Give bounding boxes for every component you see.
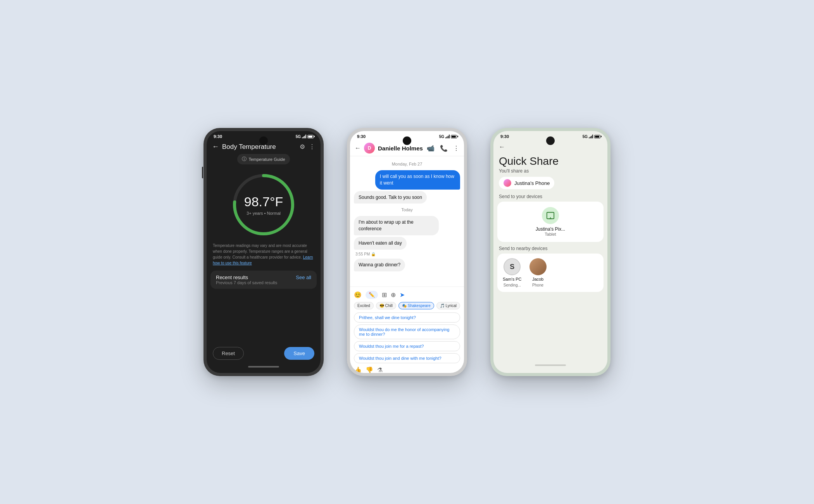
add-icon[interactable]: ⊕ (391, 291, 396, 299)
date-divider-1: Monday, Feb 27 (354, 162, 460, 166)
back-arrow-icon[interactable]: ← (212, 143, 219, 151)
battery-icon-p3 (594, 135, 600, 138)
recent-results-card: Recent results Previous 7 days of saved … (210, 271, 317, 289)
sticker-icon[interactable]: ⊞ (382, 291, 387, 299)
tablet-icon (542, 207, 559, 224)
battery-icon-p2 (451, 135, 457, 138)
send-to-devices-label: Send to your devices (493, 194, 607, 202)
phone-body-temperature: 9:30 5G ← Body Temperature (204, 128, 324, 376)
signal-icon-p1 (302, 135, 306, 138)
recent-results-title: Recent results (216, 274, 277, 280)
suggestion-action-row: 👍 👎 ⚗ (354, 365, 460, 373)
send-icon[interactable]: ➤ (400, 291, 405, 299)
suggestion-4[interactable]: Wouldst thou join and dine with me tonig… (354, 353, 460, 363)
home-indicator-p1 (248, 366, 279, 368)
messages-list: Monday, Feb 27 I will call you as soon a… (350, 156, 464, 287)
sams-pc-status: Sending... (504, 283, 521, 287)
message-sent-1: I will call you as soon as I know how it… (375, 170, 460, 190)
settings-icon[interactable]: ⚙ (300, 143, 305, 150)
lock-icon: 🔒 (371, 252, 376, 256)
qs-share-as-chip: Justina's Phone (499, 177, 554, 189)
magic-suggestions-list: Prithee, shall we dine tonight? Wouldst … (354, 311, 460, 365)
temp-guide-label: Temperature Guide (248, 157, 285, 162)
flask-icon[interactable]: ⚗ (377, 366, 383, 373)
qs-title: Quick Share (493, 152, 607, 168)
more-options-icon[interactable]: ⋮ (453, 145, 459, 152)
status-time-p1: 9:30 (214, 134, 222, 139)
contact-avatar: D (364, 143, 375, 154)
jacob-status: Phone (532, 283, 543, 287)
save-button[interactable]: Save (284, 347, 314, 360)
network-p3: 5G (583, 135, 588, 139)
magic-compose-icon[interactable]: ✏️ (366, 291, 378, 299)
compose-toolbar: 😊 ✏️ ⊞ ⊕ ➤ (354, 289, 460, 300)
network-p1: 5G (296, 135, 301, 139)
see-all-button[interactable]: See all (296, 274, 311, 280)
home-indicator-p3 (535, 364, 566, 366)
network-p2: 5G (439, 135, 444, 139)
suggestion-1[interactable]: Prithee, shall we dine tonight? (354, 312, 460, 323)
temp-value-display: 98.7°F (244, 194, 283, 209)
tone-chill[interactable]: 😎 Chill (376, 302, 396, 309)
tone-chips-row: Excited 😎 Chill 🎭 Shakespeare 🎵 Lyrical … (354, 300, 460, 311)
more-icon[interactable]: ⋮ (309, 143, 315, 150)
message-time: 3:55 PM 🔒 (355, 252, 376, 256)
signal-icon-p3 (589, 135, 593, 138)
temp-action-bar: Reset Save (207, 343, 321, 366)
your-device-name: Justina's Pix... (536, 226, 565, 232)
message-received-4: Wanna grab dinner? (354, 259, 405, 271)
your-device-card[interactable]: Justina's Pix... Tablet (497, 202, 604, 242)
contact-name: Danielle Holmes (378, 145, 423, 152)
front-camera-p2 (403, 136, 411, 145)
sams-pc-avatar: S (504, 258, 521, 275)
status-time-p3: 9:30 (500, 134, 509, 139)
sams-pc-name: Sam's PC (503, 277, 522, 281)
qs-youll-share-as-label: You'll share as (493, 168, 607, 177)
temp-circle-area: 98.7°F 3+ years • Normal (207, 166, 321, 240)
temp-info-text: Temperature readings may vary and are mo… (207, 240, 321, 269)
temp-subtitle-display: 3+ years • Normal (244, 211, 283, 216)
tone-excited[interactable]: Excited (354, 302, 374, 309)
status-time-p2: 9:30 (357, 134, 366, 139)
temp-gauge: 98.7°F 3+ years • Normal (229, 170, 298, 240)
jacob-name: Jacob (532, 277, 543, 281)
message-received-3: Haven't eaten all day (354, 237, 407, 250)
thumbs-down-icon[interactable]: 👎 (366, 366, 373, 373)
phone-messages: 9:30 5G ← D Danielle Ho (347, 128, 467, 376)
magic-compose-bar: 😊 ✏️ ⊞ ⊕ ➤ Excited 😎 Chill 🎭 Shakespeare… (350, 287, 464, 373)
emoji-icon[interactable]: 😊 (354, 291, 362, 299)
recent-results-subtitle: Previous 7 days of saved results (216, 280, 277, 285)
share-as-avatar (504, 179, 511, 187)
thumbs-up-icon[interactable]: 👍 (354, 366, 362, 373)
suggestion-2[interactable]: Wouldst thou do me the honor of accompan… (354, 324, 460, 339)
tone-lyrical[interactable]: 🎵 Lyrical (436, 302, 460, 309)
date-divider-today: Today (354, 207, 460, 212)
message-received-2: I'm about to wrap up at the conference (354, 216, 439, 235)
phone-call-icon[interactable]: 📞 (440, 145, 448, 152)
video-call-icon[interactable]: 📹 (427, 145, 435, 152)
reset-button[interactable]: Reset (213, 347, 244, 360)
phone-quick-share: 9:30 5G ← Quick Share You'll share as (490, 128, 610, 376)
info-icon: ⓘ (242, 156, 247, 162)
suggestion-3[interactable]: Wouldst thou join me for a repast? (354, 341, 460, 351)
jacob-avatar (529, 258, 547, 275)
page-title-temp: Body Temperature (222, 143, 276, 151)
nearby-device-sams-pc[interactable]: S Sam's PC Sending... (503, 258, 522, 287)
temp-guide-button[interactable]: ⓘ Temperature Guide (237, 154, 290, 164)
signal-icon-p2 (445, 135, 450, 138)
message-received-1: Sounds good. Talk to you soon (354, 191, 427, 204)
front-camera (259, 136, 268, 145)
qs-back-icon[interactable]: ← (499, 143, 505, 150)
front-camera-p3 (546, 136, 555, 145)
messages-back-icon[interactable]: ← (355, 145, 361, 152)
battery-icon-p1 (307, 135, 314, 138)
nearby-device-jacob[interactable]: Jacob Phone (529, 258, 547, 287)
nearby-devices-row: S Sam's PC Sending... Jacob Phone (497, 254, 604, 292)
your-device-type: Tablet (545, 232, 556, 236)
tone-shakespeare[interactable]: 🎭 Shakespeare (398, 302, 434, 309)
share-as-name: Justina's Phone (514, 180, 550, 186)
send-to-nearby-label: Send to nearby devices (493, 246, 607, 254)
